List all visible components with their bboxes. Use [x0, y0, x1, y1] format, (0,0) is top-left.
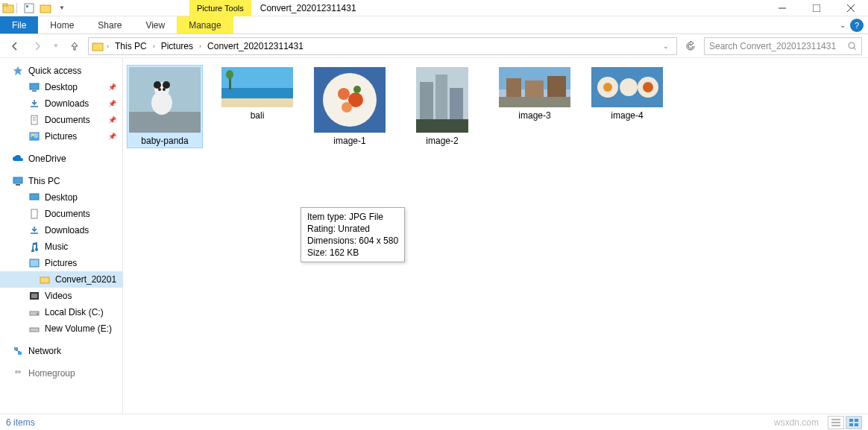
sidebar-network[interactable]: Network — [0, 343, 122, 359]
sidebar-item-pictures[interactable]: Pictures📌 — [0, 128, 122, 145]
sidebar-item-pictures[interactable]: Pictures — [0, 255, 122, 271]
file-item[interactable]: image-2 — [405, 66, 479, 148]
svg-rect-22 — [30, 194, 39, 200]
drive-icon — [28, 306, 40, 318]
file-name: image-4 — [611, 110, 643, 121]
downloads-icon — [28, 98, 40, 110]
recent-locations-button[interactable]: ▼ — [51, 37, 61, 55]
sidebar-item-local-disk[interactable]: Local Disk (C:) — [0, 304, 122, 320]
documents-icon — [28, 114, 40, 126]
music-icon — [28, 241, 40, 253]
new-folder-icon[interactable] — [37, 0, 54, 16]
sidebar-this-pc[interactable]: This PC — [0, 173, 122, 189]
search-placeholder: Search Convert_202012311431 — [709, 41, 848, 51]
close-button[interactable] — [834, 0, 868, 16]
sidebar-item-new-volume[interactable]: New Volume (E:) — [0, 320, 122, 337]
svg-point-43 — [163, 88, 166, 91]
tooltip-line: Item type: JPG File — [307, 211, 398, 223]
sidebar-item-downloads[interactable]: Downloads — [0, 222, 122, 238]
up-button[interactable] — [66, 37, 84, 55]
network-icon — [12, 345, 24, 357]
tab-share[interactable]: Share — [86, 16, 133, 34]
drive-icon — [28, 323, 40, 335]
chevron-right-icon[interactable]: › — [151, 42, 157, 50]
svg-rect-62 — [525, 80, 544, 97]
svg-rect-1 — [3, 4, 7, 6]
sidebar-item-music[interactable]: Music — [0, 238, 122, 255]
svg-rect-2 — [25, 4, 34, 13]
file-item[interactable]: image-1 — [312, 66, 387, 148]
maximize-button[interactable] — [799, 0, 834, 16]
star-icon — [12, 65, 24, 77]
pin-icon: 📌 — [108, 83, 116, 91]
sidebar-onedrive[interactable]: OneDrive — [0, 151, 122, 167]
svg-point-48 — [226, 70, 233, 79]
details-view-button[interactable] — [828, 416, 844, 429]
chevron-right-icon[interactable]: › — [105, 42, 110, 50]
pc-icon — [12, 175, 24, 187]
tooltip-line: Rating: Unrated — [307, 223, 398, 235]
file-list[interactable]: baby-panda bali image-1 image-2 image-3 … — [123, 58, 868, 414]
svg-point-67 — [620, 78, 638, 96]
svg-point-70 — [643, 82, 653, 92]
back-button[interactable] — [6, 37, 24, 55]
breadcrumb-item[interactable]: Pictures — [158, 41, 196, 51]
help-icon[interactable]: ? — [850, 19, 864, 32]
file-item[interactable]: image-3 — [497, 66, 572, 148]
breadcrumb-item[interactable]: Convert_202012311431 — [204, 41, 306, 51]
tab-file[interactable]: File — [0, 16, 38, 34]
svg-rect-74 — [849, 419, 853, 422]
svg-line-11 — [854, 48, 856, 50]
forward-button[interactable] — [28, 37, 46, 55]
svg-rect-57 — [435, 75, 447, 127]
svg-point-69 — [603, 83, 612, 92]
svg-point-35 — [18, 370, 21, 373]
qat-customize-icon[interactable]: ▼ — [54, 0, 70, 16]
file-name: image-2 — [426, 136, 458, 146]
cloud-icon — [12, 153, 24, 165]
address-bar[interactable]: › This PC › Pictures › Convert_202012311… — [88, 37, 677, 55]
ribbon-expand-icon[interactable]: ⌄ — [840, 21, 846, 29]
chevron-right-icon[interactable]: › — [198, 42, 203, 50]
sidebar-quick-access[interactable]: Quick access — [0, 63, 122, 79]
svg-point-51 — [338, 88, 350, 100]
file-item[interactable]: image-4 — [590, 66, 664, 148]
tab-view[interactable]: View — [133, 16, 177, 34]
thumbnail — [591, 67, 663, 107]
sidebar-item-desktop[interactable]: Desktop📌 — [0, 79, 122, 95]
desktop-icon — [28, 192, 40, 203]
search-box[interactable]: Search Convert_202012311431 — [704, 37, 862, 55]
refresh-button[interactable] — [682, 37, 699, 55]
sidebar-item-videos[interactable]: Videos — [0, 288, 122, 304]
sidebar-item-desktop[interactable]: Desktop — [0, 189, 122, 206]
thumbnail — [499, 67, 570, 107]
item-count: 6 items — [6, 417, 35, 428]
file-item[interactable]: baby-panda — [128, 66, 202, 148]
file-name: baby-panda — [141, 136, 188, 146]
folder-icon[interactable] — [0, 0, 16, 16]
thumbnails-view-button[interactable] — [846, 416, 862, 429]
documents-icon — [28, 208, 40, 220]
tab-home[interactable]: Home — [38, 16, 86, 34]
desktop-icon — [28, 81, 40, 93]
properties-icon[interactable] — [21, 0, 37, 16]
file-item[interactable]: bali — [220, 66, 295, 148]
watermark: wsxdn.com — [774, 417, 819, 428]
breadcrumb-item[interactable]: This PC — [112, 41, 150, 51]
quick-access-toolbar: ▼ — [0, 0, 70, 16]
tab-manage[interactable]: Manage — [177, 16, 233, 34]
folder-icon — [39, 274, 51, 285]
sidebar-item-convert-folder[interactable]: Convert_20201 — [0, 271, 122, 288]
sidebar-homegroup[interactable]: Homegroup — [0, 365, 122, 382]
svg-rect-25 — [40, 277, 49, 283]
minimize-button[interactable] — [765, 0, 799, 16]
address-dropdown-icon[interactable]: ⌄ — [663, 42, 669, 50]
svg-rect-76 — [849, 423, 853, 426]
tooltip-line: Size: 162 KB — [307, 247, 398, 259]
svg-point-40 — [154, 81, 161, 89]
sidebar-item-documents[interactable]: Documents — [0, 206, 122, 222]
folder-icon — [92, 40, 104, 52]
sidebar-item-downloads[interactable]: Downloads📌 — [0, 95, 122, 112]
ribbon-tabs: File Home Share View Manage ⌄ ? — [0, 16, 868, 34]
sidebar-item-documents[interactable]: Documents📌 — [0, 112, 122, 128]
